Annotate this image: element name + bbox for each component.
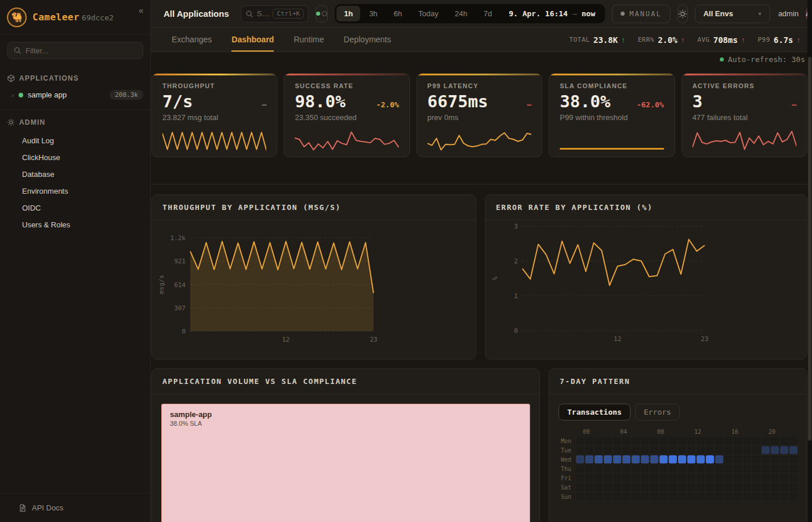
heatmap-cell[interactable] [585, 446, 593, 454]
tab-runtime[interactable]: Runtime [293, 28, 324, 52]
heatmap-cell[interactable] [669, 455, 677, 463]
heatmap-cell[interactable] [789, 446, 798, 454]
heatmap-cell[interactable] [613, 465, 621, 473]
heatmap-cell[interactable] [734, 446, 742, 454]
heatmap-cell[interactable] [697, 455, 705, 463]
heatmap-cell[interactable] [724, 483, 733, 491]
heatmap-cell[interactable] [762, 437, 770, 445]
heatmap-cell[interactable] [789, 465, 798, 473]
heatmap-cell[interactable] [715, 474, 723, 482]
heatmap-cell[interactable] [752, 455, 760, 463]
heatmap-cell[interactable] [771, 446, 779, 454]
heatmap-cell[interactable] [604, 483, 612, 491]
heatmap-cell[interactable] [724, 492, 733, 501]
heatmap-cell[interactable] [780, 446, 788, 454]
heatmap-cell[interactable] [659, 437, 668, 445]
heatmap-cell[interactable] [632, 455, 640, 463]
heatmap-cell[interactable] [771, 437, 779, 445]
heatmap-cell[interactable] [762, 446, 770, 454]
heatmap-cell[interactable] [669, 492, 677, 501]
heatmap-cell[interactable] [752, 446, 760, 454]
heatmap-cell[interactable] [669, 437, 677, 445]
heatmap-cell[interactable] [594, 446, 603, 454]
heatmap-cell[interactable] [585, 437, 593, 445]
heatmap-cell[interactable] [669, 474, 677, 482]
heatmap-cell[interactable] [771, 455, 779, 463]
heatmap-cell[interactable] [743, 446, 751, 454]
time-range-7d[interactable]: 7d [476, 6, 499, 21]
heatmap-cell[interactable] [780, 455, 788, 463]
vertical-scrollbar[interactable] [807, 0, 812, 522]
heatmap-cell[interactable] [641, 492, 649, 501]
time-range-today[interactable]: Today [411, 6, 446, 21]
heatmap-cell[interactable] [687, 492, 695, 501]
heatmap-cell[interactable] [687, 455, 695, 463]
heatmap-cell[interactable] [687, 437, 695, 445]
heatmap-cell[interactable] [594, 437, 603, 445]
heatmap-cell[interactable] [641, 465, 649, 473]
heatmap-cell[interactable] [594, 483, 603, 491]
heatmap-cell[interactable] [632, 483, 640, 491]
heatmap-cell[interactable] [752, 483, 760, 491]
heatmap-cell[interactable] [724, 446, 733, 454]
heatmap-cell[interactable] [771, 474, 779, 482]
heatmap-cell[interactable] [641, 483, 649, 491]
heatmap-cell[interactable] [734, 474, 742, 482]
heatmap-cell[interactable] [641, 437, 649, 445]
heatmap-cell[interactable] [604, 455, 612, 463]
heatmap-cell[interactable] [678, 474, 686, 482]
heatmap-cell[interactable] [669, 465, 677, 473]
treemap-node-sample-app[interactable]: sample-app 38.0% SLA [161, 404, 530, 522]
heatmap-cell[interactable] [594, 465, 603, 473]
heatmap-cell[interactable] [697, 483, 705, 491]
heatmap-cell[interactable] [622, 483, 630, 491]
heatmap-cell[interactable] [715, 437, 723, 445]
heatmap-cell[interactable] [697, 492, 705, 501]
environment-select[interactable]: All Envs ▾ [695, 5, 770, 23]
sidebar-item-sample-app[interactable]: ›sample app208.3k [0, 86, 150, 104]
heatmap-cell[interactable] [659, 492, 668, 501]
heatmap-cell[interactable] [780, 437, 788, 445]
manual-refresh-button[interactable]: MANUAL [612, 5, 670, 23]
heatmap-cell[interactable] [789, 437, 798, 445]
heatmap-cell[interactable] [789, 483, 798, 491]
heatmap-cell[interactable] [780, 483, 788, 491]
heatmap-cell[interactable] [743, 437, 751, 445]
heatmap-cell[interactable] [613, 455, 621, 463]
heatmap-cell[interactable] [576, 492, 584, 501]
sidebar-item-oidc[interactable]: OIDC [0, 200, 150, 216]
throughput-chart[interactable]: 1.2k92161430701223msg/s [152, 220, 476, 358]
heatmap-cell[interactable] [743, 483, 751, 491]
heatmap-cell[interactable] [789, 474, 798, 482]
heatmap-cell[interactable] [706, 446, 714, 454]
heatmap-cell[interactable] [576, 455, 584, 463]
heatmap-cell[interactable] [604, 474, 612, 482]
heatmap-cell[interactable] [613, 483, 621, 491]
heatmap-cell[interactable] [622, 437, 630, 445]
heatmap-cell[interactable] [622, 465, 630, 473]
theme-toggle-button[interactable] [677, 5, 688, 23]
pattern-toggle-transactions[interactable]: Transactions [559, 404, 630, 420]
heatmap-cell[interactable] [724, 465, 733, 473]
heatmap-cell[interactable] [734, 437, 742, 445]
heatmap-cell[interactable] [762, 465, 770, 473]
heatmap-cell[interactable] [659, 446, 668, 454]
heatmap-cell[interactable] [715, 455, 723, 463]
heatmap-cell[interactable] [762, 483, 770, 491]
heatmap-cell[interactable] [697, 474, 705, 482]
heatmap-cell[interactable] [632, 446, 640, 454]
heatmap-cell[interactable] [734, 492, 742, 501]
heatmap-cell[interactable] [743, 465, 751, 473]
heatmap-cell[interactable] [585, 455, 593, 463]
heatmap-cell[interactable] [594, 474, 603, 482]
heatmap-cell[interactable] [659, 483, 668, 491]
sidebar-collapse-button[interactable]: « [139, 6, 143, 15]
heatmap-cell[interactable] [678, 437, 686, 445]
heatmap-cell[interactable] [771, 483, 779, 491]
heatmap-cell[interactable] [687, 465, 695, 473]
heatmap-cell[interactable] [613, 437, 621, 445]
time-range-24h[interactable]: 24h [447, 6, 475, 21]
heatmap-cell[interactable] [762, 455, 770, 463]
heatmap-cell[interactable] [604, 446, 612, 454]
heatmap-cell[interactable] [789, 492, 798, 501]
